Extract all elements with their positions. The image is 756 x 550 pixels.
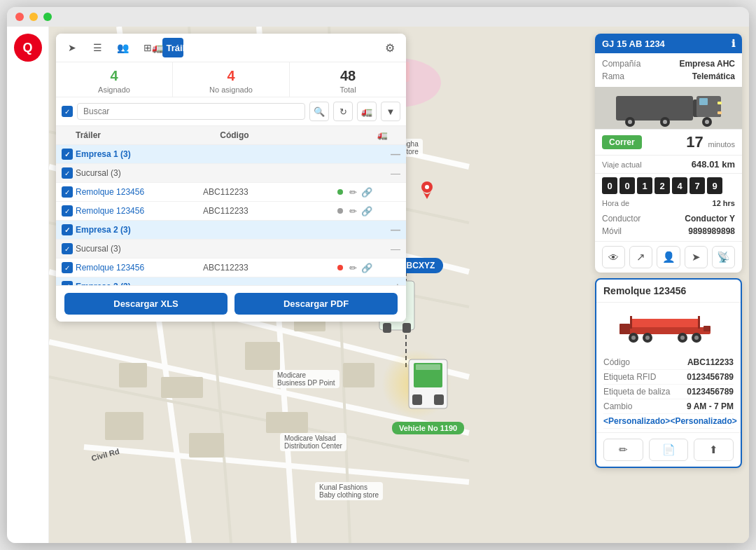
subgroup-sucursal1[interactable]: ✓ Sucursal (3) — bbox=[56, 164, 406, 183]
baliza-field-row: Etiqueta de baliza 0123456789 bbox=[603, 385, 734, 399]
titlebar bbox=[7, 7, 749, 27]
group-empresa1[interactable]: ✓ Empresa 1 (3) — bbox=[56, 145, 406, 164]
search-button[interactable]: 🔍 bbox=[309, 102, 329, 121]
table-row[interactable]: ✓ Remolque 123456 ABC112233 ✏ 🔗 bbox=[56, 183, 406, 202]
baliza-value: 0123456789 bbox=[687, 387, 734, 397]
vehicle-truck-icon bbox=[405, 356, 451, 419]
mobile-value: 9898989898 bbox=[688, 226, 735, 236]
trip-label: Viaje actual bbox=[602, 160, 642, 169]
navigate-button[interactable]: ➤ bbox=[685, 246, 708, 268]
group-empresa3[interactable]: ✓ Empresa 3 (3) + bbox=[56, 277, 406, 285]
row3-checkbox[interactable]: ✓ bbox=[62, 262, 73, 273]
tab-navigation[interactable]: ➤ bbox=[62, 38, 83, 57]
subgroup1-checkbox[interactable]: ✓ bbox=[62, 167, 73, 179]
cambio-value: 9 AM - 7 PM bbox=[687, 401, 734, 411]
svg-rect-61 bbox=[704, 326, 710, 331]
tab-list[interactable]: ☰ bbox=[87, 38, 108, 57]
total-number: 48 bbox=[290, 68, 406, 84]
vehicle-marker[interactable]: Vehicle No 1190 bbox=[392, 356, 464, 434]
download-buttons: Descargar XLS Descargar PDF bbox=[56, 285, 406, 322]
trailer-doc-button[interactable]: 📄 bbox=[649, 439, 689, 461]
driver-label: Conductor bbox=[602, 214, 640, 224]
info-icon[interactable]: ℹ bbox=[732, 38, 735, 49]
company-row: Compañía Empresa AHC bbox=[602, 57, 735, 70]
svg-rect-27 bbox=[343, 363, 374, 387]
truck-filter-button[interactable]: 🚛 bbox=[357, 102, 377, 121]
row2-link-icon[interactable]: 🔗 bbox=[361, 206, 372, 216]
maximize-button[interactable] bbox=[43, 13, 52, 21]
company-label: Compañía bbox=[602, 59, 640, 69]
row3-edit-icon[interactable]: ✏ bbox=[349, 263, 357, 273]
svg-rect-21 bbox=[161, 377, 203, 398]
table-row[interactable]: ✓ Remolque 123456 ABC112233 ✏ 🔗 bbox=[56, 202, 406, 221]
tab-settings[interactable]: ⚙ bbox=[379, 38, 400, 57]
trailer-detail-card: Remolque 123456 bbox=[595, 278, 742, 468]
assigned-label: Asignado bbox=[56, 85, 172, 94]
row1-edit-icon[interactable]: ✏ bbox=[349, 187, 357, 198]
tab-trailer[interactable]: 🚛 Tráiler bbox=[162, 38, 183, 57]
minimize-button[interactable] bbox=[29, 13, 38, 21]
row1-actions: ✏ 🔗 bbox=[349, 187, 400, 198]
svg-point-52 bbox=[628, 120, 632, 124]
group3-label: Empresa 3 (3) bbox=[76, 282, 395, 285]
table-row[interactable]: ✓ Remolque 123456 ABC112233 ✏ 🔗 bbox=[56, 259, 406, 277]
group3-expand[interactable]: + bbox=[395, 281, 400, 285]
eye-button[interactable]: 👁 bbox=[602, 246, 625, 268]
total-label: Total bbox=[290, 85, 406, 94]
group1-checkbox[interactable]: ✓ bbox=[62, 149, 73, 160]
cambio-field-row: Cambio 9 AM - 7 PM bbox=[603, 399, 734, 414]
select-all-checkbox[interactable]: ✓ bbox=[62, 106, 73, 117]
group2-checkbox[interactable]: ✓ bbox=[62, 224, 73, 235]
svg-point-44 bbox=[425, 185, 429, 189]
svg-point-67 bbox=[680, 336, 685, 340]
svg-rect-57 bbox=[718, 102, 722, 104]
group3-checkbox[interactable]: ✓ bbox=[62, 281, 73, 285]
share-button[interactable]: ↗ bbox=[629, 246, 652, 268]
group1-expand[interactable]: — bbox=[391, 149, 400, 160]
custom-label[interactable]: <Personalizado> bbox=[603, 416, 670, 426]
person-button[interactable]: 👤 bbox=[657, 246, 680, 268]
subgroup1-expand[interactable]: — bbox=[391, 167, 400, 179]
svg-rect-71 bbox=[630, 316, 632, 329]
row1-checkbox[interactable]: ✓ bbox=[62, 186, 73, 198]
col-header-code: Código bbox=[220, 130, 364, 140]
trailer-card-actions: ✏ 📄 ⬆ bbox=[596, 432, 741, 467]
filter-button[interactable]: ▼ bbox=[381, 102, 400, 121]
subgroup2-expand[interactable]: — bbox=[391, 243, 400, 254]
download-pdf-button[interactable]: Descargar PDF bbox=[234, 293, 398, 315]
satellite-button[interactable]: 📡 bbox=[712, 246, 735, 268]
row2-edit-icon[interactable]: ✏ bbox=[349, 206, 357, 216]
group2-label: Empresa 2 (3) bbox=[76, 225, 391, 235]
unassigned-number: 4 bbox=[227, 68, 234, 84]
driver-value: Conductor Y bbox=[685, 214, 735, 224]
branch-row: Rama Telemática bbox=[602, 70, 735, 83]
row2-actions: ✏ 🔗 bbox=[349, 206, 400, 216]
download-xls-button[interactable]: Descargar XLS bbox=[64, 293, 227, 315]
row1-link-icon[interactable]: 🔗 bbox=[361, 187, 372, 198]
truck-image bbox=[595, 87, 742, 129]
row2-checkbox[interactable]: ✓ bbox=[62, 205, 73, 216]
group2-expand[interactable]: — bbox=[391, 224, 400, 235]
right-panel: GJ 15 AB 1234 ℹ Compañía Empresa AHC Ram… bbox=[595, 34, 742, 468]
odo-1: 0 bbox=[620, 177, 635, 194]
svg-rect-50 bbox=[699, 98, 708, 105]
subgroup-sucursal2[interactable]: ✓ Sucursal (3) — bbox=[56, 240, 406, 259]
subgroup2-checkbox[interactable]: ✓ bbox=[62, 243, 73, 254]
group-empresa2[interactable]: ✓ Empresa 2 (3) — bbox=[56, 221, 406, 240]
svg-rect-72 bbox=[698, 316, 700, 329]
place-label-modicare1: ModicareBusiness DP Point bbox=[273, 370, 340, 388]
trailer-edit-button[interactable]: ✏ bbox=[603, 439, 643, 461]
svg-point-69 bbox=[694, 336, 699, 340]
search-row: ✓ 🔍 ↻ 🚛 ▼ ◀ bbox=[56, 97, 406, 126]
close-button[interactable] bbox=[15, 13, 24, 21]
svg-rect-24 bbox=[105, 412, 144, 440]
refresh-button[interactable]: ↻ bbox=[333, 102, 353, 121]
search-input[interactable] bbox=[77, 103, 305, 120]
table-header: Tráiler Código 🚛 bbox=[56, 126, 406, 145]
tab-users[interactable]: 👥 bbox=[112, 38, 133, 57]
stat-assigned: 4 Asignado bbox=[56, 62, 173, 97]
trailer-upload-button[interactable]: ⬆ bbox=[694, 439, 734, 461]
custom-value[interactable]: <Personalizado> bbox=[670, 416, 736, 426]
svg-rect-32 bbox=[402, 323, 411, 333]
row3-link-icon[interactable]: 🔗 bbox=[361, 263, 372, 273]
